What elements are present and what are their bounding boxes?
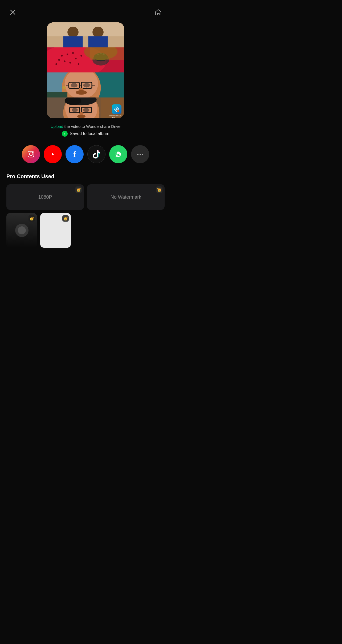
resolution-card[interactable]: 1080P 👑	[6, 184, 84, 210]
pro-contents-section: Pro Contents Used 1080P 👑 No Watermark 👑	[0, 166, 171, 254]
saved-text: Saved to local album	[70, 131, 109, 136]
filmora-brand-text: Wondershare	[109, 115, 121, 117]
svg-point-48	[71, 83, 78, 88]
instagram-share-button[interactable]	[22, 145, 40, 163]
svg-point-7	[67, 26, 76, 35]
close-button[interactable]	[8, 7, 18, 17]
upload-line: Upload the video to Wondershare Drive	[8, 124, 163, 129]
upload-description: the video to Wondershare Drive	[64, 124, 121, 129]
action-area: Upload the video to Wondershare Drive ✓ …	[0, 118, 171, 139]
check-circle-icon: ✓	[62, 131, 68, 137]
svg-rect-3	[47, 22, 124, 47]
svg-point-22	[61, 55, 63, 56]
crown-icon-3: 👑	[30, 217, 34, 221]
svg-rect-38	[90, 47, 124, 60]
filmora-product-text: Filmora	[112, 117, 121, 118]
svg-marker-10	[69, 36, 71, 38]
svg-point-13	[95, 26, 104, 35]
thumbnail-card-2[interactable]: 👑	[40, 213, 71, 248]
svg-point-50	[79, 88, 84, 90]
thumbnail-1-crown: 👑	[28, 215, 35, 222]
svg-point-51	[76, 90, 87, 95]
pro-thumbnails-row: 👑 👑	[6, 213, 165, 248]
video-preview-wrapper: Wondershare Filmora	[0, 22, 171, 118]
svg-marker-11	[71, 36, 74, 38]
resolution-label: 1080P	[38, 194, 52, 200]
home-icon	[155, 9, 162, 16]
svg-point-29	[78, 63, 79, 65]
watermark-label: No Watermark	[111, 194, 141, 200]
svg-point-23	[67, 54, 68, 55]
crown-icon-2: 👑	[157, 188, 161, 192]
svg-point-66	[72, 108, 78, 112]
watermark-crown-badge: 👑	[156, 186, 162, 193]
svg-point-68	[79, 112, 84, 115]
svg-rect-5	[47, 22, 124, 47]
tiktok-share-button[interactable]	[87, 145, 105, 163]
svg-point-73	[117, 110, 119, 112]
svg-rect-53	[47, 92, 67, 97]
svg-rect-19	[114, 31, 124, 47]
video-segment-2	[47, 47, 124, 72]
svg-rect-8	[65, 34, 78, 47]
top-bar	[0, 0, 171, 22]
youtube-share-button[interactable]	[44, 145, 62, 163]
whatsapp-share-button[interactable]	[109, 145, 127, 163]
more-share-button[interactable]	[131, 145, 149, 163]
svg-point-52	[62, 86, 66, 89]
video-segment-4: Wondershare Filmora	[47, 97, 124, 118]
svg-point-67	[83, 108, 89, 112]
filmora-watermark: Wondershare Filmora	[109, 104, 121, 118]
svg-rect-4	[47, 22, 124, 34]
svg-rect-6	[95, 22, 109, 36]
saved-line: ✓ Saved to local album	[8, 131, 163, 137]
close-icon	[10, 9, 16, 15]
svg-point-69	[77, 115, 85, 118]
facebook-icon: f	[73, 150, 76, 159]
svg-rect-9	[69, 34, 74, 47]
social-share-row: f	[0, 139, 171, 166]
svg-marker-17	[99, 36, 101, 38]
more-icon	[137, 154, 143, 155]
pro-section-title: Pro Contents Used	[6, 173, 165, 180]
filmora-logo-badge	[112, 104, 121, 114]
svg-rect-15	[97, 34, 102, 47]
instagram-icon	[27, 150, 35, 158]
facebook-share-button[interactable]: f	[66, 145, 84, 163]
tiktok-icon	[93, 150, 100, 158]
svg-rect-14	[93, 34, 106, 47]
svg-point-30	[55, 63, 57, 65]
video-segment-1	[47, 22, 124, 47]
svg-point-25	[58, 59, 60, 61]
video-phone-frame: Wondershare Filmora	[47, 22, 124, 118]
thumbnail-card-1[interactable]: 👑	[6, 213, 37, 248]
pro-cards-row: 1080P 👑 No Watermark 👑	[6, 184, 165, 210]
youtube-icon	[48, 151, 57, 157]
svg-point-12	[71, 36, 72, 38]
svg-point-31	[80, 55, 82, 56]
resolution-crown-badge: 👑	[75, 186, 82, 193]
svg-point-76	[32, 152, 33, 153]
svg-point-27	[69, 62, 71, 63]
svg-point-28	[75, 58, 76, 59]
video-segment-3	[47, 72, 124, 97]
svg-point-75	[30, 153, 32, 156]
thumbnail-2-crown: 👑	[62, 215, 69, 222]
svg-point-72	[116, 108, 117, 110]
svg-point-81	[18, 226, 26, 234]
upload-link[interactable]: Upload	[51, 124, 63, 129]
svg-marker-16	[97, 36, 99, 38]
svg-point-24	[72, 52, 74, 54]
svg-point-26	[64, 60, 66, 62]
svg-point-18	[98, 36, 100, 38]
whatsapp-icon	[114, 150, 122, 158]
svg-point-49	[83, 83, 90, 88]
crown-icon: 👑	[76, 188, 81, 192]
watermark-card[interactable]: No Watermark 👑	[87, 184, 165, 210]
video-strip: Wondershare Filmora	[47, 22, 124, 118]
home-button[interactable]	[153, 7, 163, 17]
svg-rect-2	[157, 13, 159, 15]
crown-icon-4: 👑	[63, 217, 68, 221]
screen: Wondershare Filmora Upload the video to …	[0, 0, 171, 322]
svg-rect-74	[28, 151, 34, 157]
